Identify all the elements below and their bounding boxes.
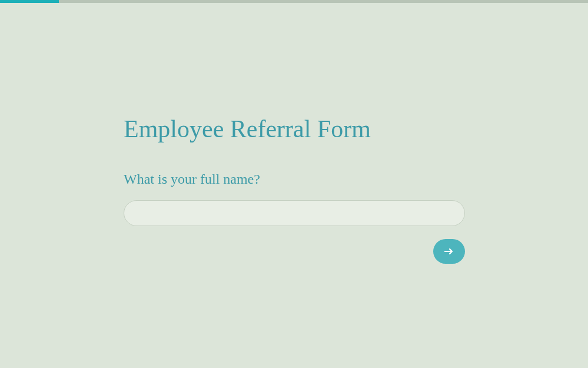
- progress-fill: [0, 0, 59, 3]
- full-name-input[interactable]: [124, 200, 465, 226]
- form-container: Employee Referral Form What is your full…: [124, 115, 465, 264]
- button-row: [124, 239, 465, 264]
- progress-track: [0, 0, 588, 3]
- next-button[interactable]: [433, 239, 465, 264]
- arrow-right-icon: [444, 248, 454, 255]
- form-title: Employee Referral Form: [124, 115, 465, 143]
- form-question: What is your full name?: [124, 171, 465, 187]
